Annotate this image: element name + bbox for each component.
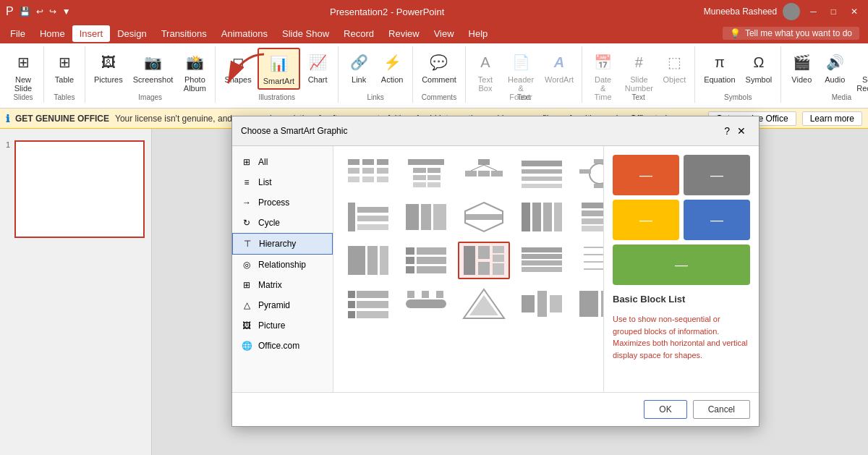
grid-item-5[interactable] (574, 155, 603, 192)
menu-home[interactable]: Home (33, 25, 72, 42)
svg-rect-42 (532, 203, 541, 231)
redo-icon[interactable]: ↪ (49, 7, 56, 17)
menu-review[interactable]: Review (381, 25, 427, 42)
chart-button[interactable]: 📈 Chart (302, 48, 333, 87)
grid-item-17[interactable] (400, 285, 452, 323)
sidebar-item-all[interactable]: ⊞ All (232, 152, 333, 172)
svg-rect-13 (413, 175, 426, 180)
tell-me-text[interactable]: Tell me what you want to do (745, 28, 852, 38)
ribbon-group-links: 🔗 Link ⚡ Action Links (339, 46, 413, 103)
cycle-icon: ↻ (241, 217, 252, 229)
photo-album-button[interactable]: 📸 PhotoAlbum (179, 48, 210, 95)
wordart-button[interactable]: A WordArt (541, 48, 577, 87)
svg-rect-85 (522, 295, 535, 312)
grid-item-2[interactable] (400, 155, 452, 192)
grid-item-12[interactable] (400, 242, 452, 279)
pyramid-icon: △ (241, 299, 252, 311)
grid-item-10[interactable] (574, 198, 603, 236)
dialog-help-icon[interactable]: ? (724, 125, 730, 137)
sidebar-item-process[interactable]: → Process (232, 192, 333, 213)
svg-rect-20 (465, 171, 477, 177)
grid-item-9[interactable] (516, 198, 568, 236)
menu-animations[interactable]: Animations (214, 25, 275, 42)
dialog-controls: ? ✕ (724, 122, 750, 140)
sidebar-item-hierarchy[interactable]: ⊤ Hierarchy (232, 233, 333, 255)
pictures-button[interactable]: 🖼 Pictures (90, 48, 127, 87)
audio-label: Audio (825, 75, 845, 84)
svg-rect-88 (579, 291, 598, 317)
grid-item-1[interactable] (342, 155, 394, 192)
sidebar-item-matrix[interactable]: ⊞ Matrix (232, 275, 333, 295)
close-btn[interactable]: ✕ (846, 7, 862, 17)
equation-button[interactable]: π Equation (699, 48, 739, 87)
menu-slideshow[interactable]: Slide Show (275, 25, 336, 42)
menu-insert[interactable]: Insert (72, 25, 111, 42)
grid-item-16[interactable] (342, 285, 394, 323)
action-button[interactable]: ⚡ Action (376, 48, 408, 87)
minimize-btn[interactable]: ─ (806, 7, 821, 17)
learn-more-button[interactable]: Learn more (802, 111, 862, 126)
symbol-button[interactable]: Ω Symbol (741, 48, 777, 87)
grid-item-11[interactable] (342, 242, 394, 279)
slide-number-button[interactable]: # SlideNumber (621, 48, 658, 95)
object-button[interactable]: ⬚ Object (659, 48, 691, 87)
sidebar-item-pyramid[interactable]: △ Pyramid (232, 295, 333, 315)
link-button[interactable]: 🔗 Link (343, 48, 375, 87)
grid-item-13[interactable] (458, 242, 510, 279)
sidebar-item-office[interactable]: 🌐 Office.com (232, 336, 333, 356)
menu-transitions[interactable]: Transitions (154, 25, 214, 42)
grid-item-14[interactable] (516, 242, 568, 279)
comment-label: Comment (422, 75, 456, 84)
menu-view[interactable]: View (427, 25, 461, 42)
svg-rect-66 (522, 254, 562, 259)
grid-item-20[interactable] (574, 285, 603, 323)
save-icon[interactable]: 💾 (20, 7, 30, 17)
audio-button[interactable]: 🔊 Audio (819, 48, 851, 87)
screenshot-button[interactable]: 📷 Screenshot (129, 48, 178, 87)
svg-rect-57 (417, 266, 446, 273)
sidebar-item-list[interactable]: ≡ List (232, 172, 333, 192)
comment-button[interactable]: 💬 Comment (417, 48, 461, 87)
ok-button[interactable]: OK (644, 400, 686, 419)
info-label: GET GENUINE OFFICE (15, 114, 109, 124)
slide-thumbnail[interactable] (14, 140, 145, 238)
menu-record[interactable]: Record (336, 25, 381, 42)
dialog-title-bar: Choose a SmartArt Graphic ? ✕ (232, 116, 759, 146)
svg-rect-48 (582, 226, 603, 231)
svg-rect-6 (377, 168, 388, 174)
cancel-button[interactable]: Cancel (693, 400, 750, 419)
svg-rect-62 (493, 255, 504, 262)
audio-icon: 🔊 (823, 51, 846, 74)
sidebar-item-relationship[interactable]: ◎ Relationship (232, 255, 333, 275)
grid-item-4[interactable] (516, 155, 568, 192)
screen-recording-button[interactable]: ⏺ ScreenRecording (852, 48, 868, 95)
dialog-close-button[interactable]: ✕ (733, 122, 750, 140)
svg-rect-34 (357, 216, 388, 221)
svg-rect-78 (357, 311, 388, 318)
grid-item-18[interactable] (458, 285, 510, 323)
grid-item-7[interactable] (400, 198, 452, 236)
svg-rect-77 (357, 301, 388, 308)
table-button[interactable]: ⊞ Table (48, 48, 80, 87)
grid-item-15[interactable] (574, 242, 603, 279)
sidebar-item-cycle[interactable]: ↻ Cycle (232, 213, 333, 233)
new-slide-button[interactable]: ⊞ NewSlide (7, 48, 39, 95)
preview-shape-2: — (684, 155, 750, 195)
new-slide-icon: ⊞ (12, 51, 35, 74)
menu-design[interactable]: Design (110, 25, 153, 42)
grid-item-3[interactable] (458, 155, 510, 192)
customize-icon[interactable]: ▼ (62, 7, 71, 17)
sidebar-item-picture[interactable]: 🖼 Picture (232, 315, 333, 336)
svg-marker-84 (469, 295, 498, 315)
video-button[interactable]: 🎬 Video (786, 48, 817, 87)
textbox-button[interactable]: A TextBox (470, 48, 501, 95)
grid-item-6[interactable] (342, 198, 394, 236)
grid-item-19[interactable] (516, 285, 568, 323)
svg-rect-7 (348, 177, 359, 182)
user-avatar[interactable] (783, 3, 800, 20)
menu-file[interactable]: File (3, 25, 33, 42)
undo-icon[interactable]: ↩ (36, 7, 43, 17)
grid-item-8[interactable] (458, 198, 510, 236)
maximize-btn[interactable]: □ (827, 7, 841, 17)
menu-help[interactable]: Help (461, 25, 495, 42)
